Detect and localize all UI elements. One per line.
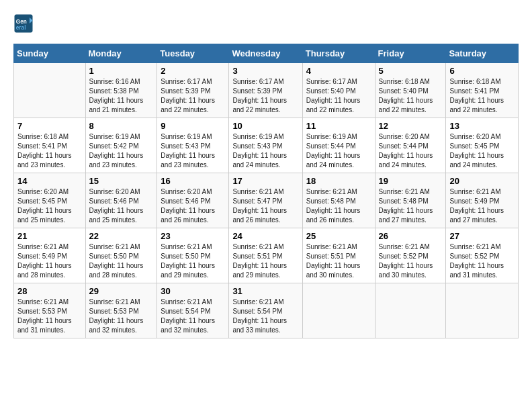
calendar-week-row: 21 Sunrise: 6:21 AMSunset: 5:49 PMDaylig… — [14, 228, 519, 283]
calendar-week-row: 7 Sunrise: 6:18 AMSunset: 5:41 PMDayligh… — [14, 118, 519, 173]
calendar-cell: 11 Sunrise: 6:19 AMSunset: 5:44 PMDaylig… — [302, 118, 375, 173]
day-number: 1 — [89, 66, 154, 76]
calendar-cell: 20 Sunrise: 6:21 AMSunset: 5:49 PMDaylig… — [446, 173, 519, 228]
day-info: Sunrise: 6:16 AMSunset: 5:38 PMDaylight:… — [89, 77, 154, 115]
calendar-cell: 1 Sunrise: 6:16 AMSunset: 5:38 PMDayligh… — [85, 63, 157, 118]
calendar-cell: 18 Sunrise: 6:21 AMSunset: 5:48 PMDaylig… — [302, 173, 375, 228]
calendar-week-row: 1 Sunrise: 6:16 AMSunset: 5:38 PMDayligh… — [14, 63, 519, 118]
weekday-header-wednesday: Wednesday — [229, 44, 302, 63]
logo-icon: Gen eral — [13, 13, 34, 34]
day-info: Sunrise: 6:21 AMSunset: 5:53 PMDaylight:… — [89, 298, 154, 335]
day-info: Sunrise: 6:21 AMSunset: 5:50 PMDaylight:… — [161, 242, 225, 280]
day-info: Sunrise: 6:21 AMSunset: 5:48 PMDaylight:… — [306, 187, 371, 225]
calendar-week-row: 28 Sunrise: 6:21 AMSunset: 5:53 PMDaylig… — [14, 283, 519, 338]
day-number: 26 — [379, 231, 443, 241]
day-number: 19 — [379, 176, 443, 186]
day-number: 30 — [161, 286, 225, 296]
calendar-cell: 29 Sunrise: 6:21 AMSunset: 5:53 PMDaylig… — [85, 283, 157, 338]
day-number: 22 — [89, 231, 154, 241]
day-info: Sunrise: 6:19 AMSunset: 5:42 PMDaylight:… — [89, 132, 154, 170]
day-info: Sunrise: 6:21 AMSunset: 5:50 PMDaylight:… — [89, 242, 154, 280]
day-number: 11 — [306, 121, 371, 131]
calendar-cell: 4 Sunrise: 6:17 AMSunset: 5:40 PMDayligh… — [302, 63, 375, 118]
calendar-cell: 17 Sunrise: 6:21 AMSunset: 5:47 PMDaylig… — [229, 173, 302, 228]
weekday-header-saturday: Saturday — [446, 44, 519, 63]
calendar-cell: 6 Sunrise: 6:18 AMSunset: 5:41 PMDayligh… — [446, 63, 519, 118]
weekday-header-monday: Monday — [85, 44, 157, 63]
calendar-cell: 28 Sunrise: 6:21 AMSunset: 5:53 PMDaylig… — [14, 283, 86, 338]
day-info: Sunrise: 6:21 AMSunset: 5:52 PMDaylight:… — [379, 242, 443, 280]
day-number: 17 — [232, 176, 298, 186]
calendar-cell: 15 Sunrise: 6:20 AMSunset: 5:46 PMDaylig… — [85, 173, 157, 228]
day-info: Sunrise: 6:19 AMSunset: 5:43 PMDaylight:… — [232, 132, 298, 170]
calendar-cell — [14, 63, 86, 118]
day-number: 8 — [89, 121, 154, 131]
day-info: Sunrise: 6:21 AMSunset: 5:54 PMDaylight:… — [232, 298, 298, 335]
calendar-cell: 16 Sunrise: 6:20 AMSunset: 5:46 PMDaylig… — [157, 173, 229, 228]
day-number: 20 — [449, 176, 515, 186]
day-number: 3 — [232, 66, 298, 76]
day-info: Sunrise: 6:18 AMSunset: 5:40 PMDaylight:… — [379, 77, 443, 115]
calendar-cell: 21 Sunrise: 6:21 AMSunset: 5:49 PMDaylig… — [14, 228, 86, 283]
calendar-cell: 7 Sunrise: 6:18 AMSunset: 5:41 PMDayligh… — [14, 118, 86, 173]
day-info: Sunrise: 6:21 AMSunset: 5:49 PMDaylight:… — [17, 242, 82, 280]
day-number: 7 — [17, 121, 82, 131]
calendar-cell: 31 Sunrise: 6:21 AMSunset: 5:54 PMDaylig… — [229, 283, 302, 338]
day-info: Sunrise: 6:20 AMSunset: 5:46 PMDaylight:… — [161, 187, 225, 225]
day-info: Sunrise: 6:17 AMSunset: 5:40 PMDaylight:… — [306, 77, 371, 115]
day-number: 24 — [232, 231, 298, 241]
calendar-cell — [302, 283, 375, 338]
day-info: Sunrise: 6:17 AMSunset: 5:39 PMDaylight:… — [232, 77, 298, 115]
calendar-cell: 2 Sunrise: 6:17 AMSunset: 5:39 PMDayligh… — [157, 63, 229, 118]
calendar-cell: 30 Sunrise: 6:21 AMSunset: 5:54 PMDaylig… — [157, 283, 229, 338]
day-info: Sunrise: 6:20 AMSunset: 5:44 PMDaylight:… — [379, 132, 443, 170]
day-number: 10 — [232, 121, 298, 131]
day-info: Sunrise: 6:21 AMSunset: 5:47 PMDaylight:… — [232, 187, 298, 225]
calendar-cell: 3 Sunrise: 6:17 AMSunset: 5:39 PMDayligh… — [229, 63, 302, 118]
calendar-cell: 8 Sunrise: 6:19 AMSunset: 5:42 PMDayligh… — [85, 118, 157, 173]
calendar-cell: 14 Sunrise: 6:20 AMSunset: 5:45 PMDaylig… — [14, 173, 86, 228]
day-info: Sunrise: 6:21 AMSunset: 5:53 PMDaylight:… — [17, 298, 82, 335]
calendar-cell: 25 Sunrise: 6:21 AMSunset: 5:51 PMDaylig… — [302, 228, 375, 283]
day-number: 16 — [161, 176, 225, 186]
weekday-header-tuesday: Tuesday — [157, 44, 229, 63]
day-info: Sunrise: 6:21 AMSunset: 5:48 PMDaylight:… — [379, 187, 443, 225]
day-info: Sunrise: 6:21 AMSunset: 5:49 PMDaylight:… — [449, 187, 515, 225]
svg-text:eral: eral — [16, 25, 26, 31]
day-number: 29 — [89, 286, 154, 296]
calendar-cell: 24 Sunrise: 6:21 AMSunset: 5:51 PMDaylig… — [229, 228, 302, 283]
weekday-header-sunday: Sunday — [14, 44, 86, 63]
calendar-cell: 27 Sunrise: 6:21 AMSunset: 5:52 PMDaylig… — [446, 228, 519, 283]
day-info: Sunrise: 6:20 AMSunset: 5:45 PMDaylight:… — [17, 187, 82, 225]
calendar-cell: 23 Sunrise: 6:21 AMSunset: 5:50 PMDaylig… — [157, 228, 229, 283]
calendar-cell: 26 Sunrise: 6:21 AMSunset: 5:52 PMDaylig… — [375, 228, 446, 283]
day-info: Sunrise: 6:21 AMSunset: 5:54 PMDaylight:… — [161, 298, 225, 335]
day-number: 6 — [449, 66, 515, 76]
calendar-cell: 9 Sunrise: 6:19 AMSunset: 5:43 PMDayligh… — [157, 118, 229, 173]
day-number: 25 — [306, 231, 371, 241]
day-number: 13 — [449, 121, 515, 131]
calendar-cell — [375, 283, 446, 338]
day-number: 4 — [306, 66, 371, 76]
day-info: Sunrise: 6:17 AMSunset: 5:39 PMDaylight:… — [161, 77, 225, 115]
day-number: 27 — [449, 231, 515, 241]
day-info: Sunrise: 6:21 AMSunset: 5:51 PMDaylight:… — [232, 242, 298, 280]
calendar-cell: 19 Sunrise: 6:21 AMSunset: 5:48 PMDaylig… — [375, 173, 446, 228]
weekday-header-thursday: Thursday — [302, 44, 375, 63]
day-number: 14 — [17, 176, 82, 186]
logo: Gen eral — [13, 13, 37, 34]
day-info: Sunrise: 6:18 AMSunset: 5:41 PMDaylight:… — [17, 132, 82, 170]
calendar-week-row: 14 Sunrise: 6:20 AMSunset: 5:45 PMDaylig… — [14, 173, 519, 228]
calendar-table: SundayMondayTuesdayWednesdayThursdayFrid… — [13, 44, 519, 338]
calendar-cell: 10 Sunrise: 6:19 AMSunset: 5:43 PMDaylig… — [229, 118, 302, 173]
day-number: 21 — [17, 231, 82, 241]
day-info: Sunrise: 6:21 AMSunset: 5:52 PMDaylight:… — [449, 242, 515, 280]
day-number: 9 — [161, 121, 225, 131]
day-number: 12 — [379, 121, 443, 131]
day-info: Sunrise: 6:20 AMSunset: 5:45 PMDaylight:… — [449, 132, 515, 170]
day-info: Sunrise: 6:21 AMSunset: 5:51 PMDaylight:… — [306, 242, 371, 280]
svg-text:Gen: Gen — [16, 19, 27, 25]
calendar-cell: 13 Sunrise: 6:20 AMSunset: 5:45 PMDaylig… — [446, 118, 519, 173]
day-info: Sunrise: 6:19 AMSunset: 5:44 PMDaylight:… — [306, 132, 371, 170]
day-number: 28 — [17, 286, 82, 296]
